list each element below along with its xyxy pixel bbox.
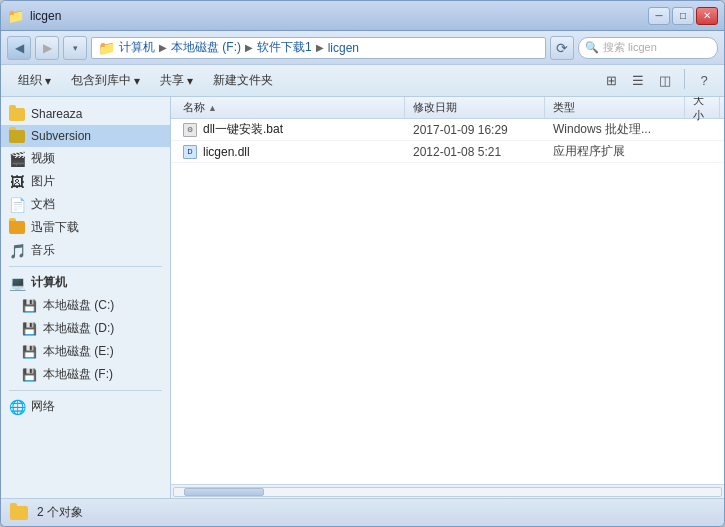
icon-view-button[interactable]: ⊞ bbox=[599, 69, 623, 93]
sidebar-item-shareaza[interactable]: Shareaza bbox=[1, 103, 170, 125]
file-list: ⚙ dll一键安装.bat 2017-01-09 16:29 Windows 批… bbox=[171, 119, 724, 484]
share-arrow-icon: ▾ bbox=[187, 74, 193, 88]
view-controls: ⊞ ☰ ◫ ? bbox=[599, 69, 716, 93]
col-header-type[interactable]: 类型 bbox=[545, 97, 685, 118]
refresh-button[interactable]: ⟳ bbox=[550, 36, 574, 60]
sidebar-item-music[interactable]: 🎵 音乐 bbox=[1, 239, 170, 262]
computer-icon: 💻 bbox=[9, 275, 25, 291]
file-date: 2012-01-08 5:21 bbox=[413, 145, 501, 159]
sidebar-item-label: 本地磁盘 (F:) bbox=[43, 366, 113, 383]
document-icon: 📄 bbox=[9, 197, 25, 213]
bat-icon: ⚙ bbox=[183, 123, 197, 137]
sidebar-item-drive-f[interactable]: 💾 本地磁盘 (F:) bbox=[1, 363, 170, 386]
search-bar[interactable]: 🔍 搜索 licgen bbox=[578, 37, 718, 59]
details-view-button[interactable]: ☰ bbox=[626, 69, 650, 93]
drive-icon: 💾 bbox=[21, 367, 37, 383]
horizontal-scrollbar[interactable] bbox=[171, 484, 724, 498]
help-button[interactable]: ? bbox=[692, 69, 716, 93]
sidebar-item-label: 文档 bbox=[31, 196, 55, 213]
col-header-size[interactable]: 大小 bbox=[685, 97, 720, 118]
sidebar-item-subversion[interactable]: Subversion bbox=[1, 125, 170, 147]
sidebar-item-label: 视频 bbox=[31, 150, 55, 167]
breadcrumb-drive[interactable]: 本地磁盘 (F:) bbox=[171, 39, 241, 56]
minimize-button[interactable]: ─ bbox=[648, 7, 670, 25]
file-date: 2017-01-09 16:29 bbox=[413, 123, 508, 137]
content-area: Shareaza Subversion 🎬 视频 🖼 图片 📄 文档 bbox=[1, 97, 724, 498]
file-name-cell: D licgen.dll bbox=[175, 145, 405, 159]
search-placeholder: 搜索 licgen bbox=[603, 40, 657, 55]
sidebar-item-video[interactable]: 🎬 视频 bbox=[1, 147, 170, 170]
new-folder-label: 新建文件夹 bbox=[213, 72, 273, 89]
file-name: licgen.dll bbox=[203, 145, 250, 159]
sidebar-item-label: 本地磁盘 (E:) bbox=[43, 343, 114, 360]
sidebar-item-drive-e[interactable]: 💾 本地磁盘 (E:) bbox=[1, 340, 170, 363]
share-button[interactable]: 共享 ▾ bbox=[151, 69, 202, 93]
sidebar-item-docs[interactable]: 📄 文档 bbox=[1, 193, 170, 216]
sidebar-item-drive-d[interactable]: 💾 本地磁盘 (D:) bbox=[1, 317, 170, 340]
column-headers: 名称 ▲ 修改日期 类型 大小 bbox=[171, 97, 724, 119]
back-button[interactable]: ◀ bbox=[7, 36, 31, 60]
dropdown-button[interactable]: ▾ bbox=[63, 36, 87, 60]
video-icon: 🎬 bbox=[9, 151, 25, 167]
folder-icon bbox=[9, 106, 25, 122]
file-type-cell: 应用程序扩展 bbox=[545, 143, 685, 160]
organize-button[interactable]: 组织 ▾ bbox=[9, 69, 60, 93]
col-header-date[interactable]: 修改日期 bbox=[405, 97, 545, 118]
file-type: Windows 批处理... bbox=[553, 122, 651, 136]
table-row[interactable]: ⚙ dll一键安装.bat 2017-01-09 16:29 Windows 批… bbox=[171, 119, 724, 141]
sort-arrow-icon: ▲ bbox=[208, 103, 217, 113]
network-icon: 🌐 bbox=[9, 399, 25, 415]
sidebar-item-label: Subversion bbox=[31, 129, 91, 143]
sidebar-item-label: 网络 bbox=[31, 398, 55, 415]
sidebar-item-network[interactable]: 🌐 网络 bbox=[1, 395, 170, 418]
music-icon: 🎵 bbox=[9, 243, 25, 259]
sidebar-item-label: 音乐 bbox=[31, 242, 55, 259]
sidebar-item-label: Shareaza bbox=[31, 107, 82, 121]
breadcrumb-computer[interactable]: 计算机 bbox=[119, 39, 155, 56]
col-header-name[interactable]: 名称 ▲ bbox=[175, 97, 405, 118]
file-area: 名称 ▲ 修改日期 类型 大小 ⚙ dll一 bbox=[171, 97, 724, 498]
sidebar: Shareaza Subversion 🎬 视频 🖼 图片 📄 文档 bbox=[1, 97, 171, 498]
address-bar: ◀ ▶ ▾ 📁 计算机 ▶ 本地磁盘 (F:) ▶ 软件下载1 ▶ licgen… bbox=[1, 31, 724, 65]
file-type: 应用程序扩展 bbox=[553, 144, 625, 158]
forward-button[interactable]: ▶ bbox=[35, 36, 59, 60]
folder-icon bbox=[9, 128, 25, 144]
organize-arrow-icon: ▾ bbox=[45, 74, 51, 88]
file-date-cell: 2017-01-09 16:29 bbox=[405, 123, 545, 137]
col-name-label: 名称 bbox=[183, 100, 205, 115]
include-library-button[interactable]: 包含到库中 ▾ bbox=[62, 69, 149, 93]
maximize-button[interactable]: □ bbox=[672, 7, 694, 25]
col-date-label: 修改日期 bbox=[413, 100, 457, 115]
sidebar-item-computer[interactable]: 💻 计算机 bbox=[1, 271, 170, 294]
sidebar-item-label: 图片 bbox=[31, 173, 55, 190]
breadcrumb-bar[interactable]: 📁 计算机 ▶ 本地磁盘 (F:) ▶ 软件下载1 ▶ licgen bbox=[91, 37, 546, 59]
close-button[interactable]: ✕ bbox=[696, 7, 718, 25]
dll-icon: D bbox=[183, 145, 197, 159]
image-icon: 🖼 bbox=[9, 174, 25, 190]
sidebar-item-label: 计算机 bbox=[31, 274, 67, 291]
explorer-window: 📁 licgen ─ □ ✕ ◀ ▶ ▾ 📁 计算机 ▶ 本地磁盘 (F:) ▶… bbox=[0, 0, 725, 527]
toolbar: 组织 ▾ 包含到库中 ▾ 共享 ▾ 新建文件夹 ⊞ ☰ ◫ ? bbox=[1, 65, 724, 97]
preview-button[interactable]: ◫ bbox=[653, 69, 677, 93]
file-name-cell: ⚙ dll一键安装.bat bbox=[175, 121, 405, 138]
scrollbar-thumb[interactable] bbox=[184, 488, 264, 496]
col-type-label: 类型 bbox=[553, 100, 575, 115]
toolbar-separator bbox=[684, 69, 685, 89]
breadcrumb-folder[interactable]: 软件下载1 bbox=[257, 39, 312, 56]
breadcrumb-current[interactable]: licgen bbox=[328, 41, 359, 55]
share-label: 共享 bbox=[160, 72, 184, 89]
sidebar-divider-1 bbox=[9, 266, 162, 267]
file-date-cell: 2012-01-08 5:21 bbox=[405, 145, 545, 159]
sidebar-item-image[interactable]: 🖼 图片 bbox=[1, 170, 170, 193]
status-count: 2 个对象 bbox=[37, 504, 83, 521]
window-title: 📁 licgen bbox=[7, 8, 61, 24]
drive-icon: 💾 bbox=[21, 321, 37, 337]
new-folder-button[interactable]: 新建文件夹 bbox=[204, 69, 282, 93]
folder-icon bbox=[9, 220, 25, 236]
drive-icon: 💾 bbox=[21, 344, 37, 360]
sidebar-divider-2 bbox=[9, 390, 162, 391]
table-row[interactable]: D licgen.dll 2012-01-08 5:21 应用程序扩展 bbox=[171, 141, 724, 163]
status-folder-icon bbox=[9, 503, 29, 523]
sidebar-item-drive-c[interactable]: 💾 本地磁盘 (C:) bbox=[1, 294, 170, 317]
sidebar-item-xunlei[interactable]: 迅雷下载 bbox=[1, 216, 170, 239]
